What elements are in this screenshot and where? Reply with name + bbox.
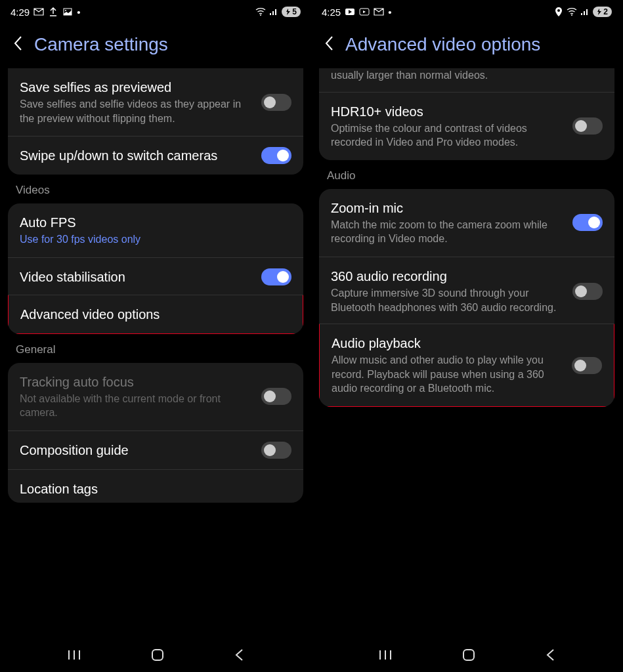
toggle-hdr10[interactable] [572,117,603,135]
location-icon [553,7,564,17]
toggle-swipe-cameras[interactable] [261,147,291,164]
screen-camera-settings: 4:29 • 5 [0,0,311,672]
row-composition-guide[interactable]: Composition guide [8,430,303,469]
status-more-icon: • [388,7,391,18]
row-swipe-cameras[interactable]: Swipe up/down to switch cameras [8,136,303,175]
card-audio: Zoom-in mic Match the mic zoom to the ca… [319,189,614,407]
page-title: Advanced video options [345,34,540,55]
row-360-audio[interactable]: 360 audio recording Capture immersive 3D… [319,257,614,325]
back-icon[interactable] [324,35,333,54]
row-audio-playback[interactable]: Audio playback Allow music and other aud… [319,324,614,407]
nav-recents-icon[interactable] [378,649,393,663]
toggle-audio-playback[interactable] [572,357,602,374]
card-video-top: usually larger than normal videos. HDR10… [319,68,614,160]
status-bar: 4:25 • 2 [311,0,622,24]
screen-advanced-video: 4:25 • 2 [311,0,622,672]
battery-indicator: 2 [593,7,612,17]
nav-bar [311,640,622,672]
toggle-save-selfies[interactable] [261,94,291,111]
image-icon [62,7,73,17]
toggle-composition-guide[interactable] [261,442,291,459]
toggle-zoom-in-mic[interactable] [572,214,603,231]
nav-recents-icon[interactable] [67,649,81,663]
svg-rect-8 [463,650,474,660]
mail-icon [33,7,44,17]
row-auto-fps[interactable]: Auto FPS Use for 30 fps videos only [8,203,303,257]
back-icon[interactable] [13,35,22,54]
mail-icon [374,7,384,17]
nav-home-icon[interactable] [462,648,476,665]
wifi-icon [255,7,266,17]
signal-icon [580,7,590,17]
card-videos: Auto FPS Use for 30 fps videos only Vide… [8,203,303,334]
row-location-tags[interactable]: Location tags [8,469,303,503]
toggle-video-stabilisation[interactable] [261,268,291,285]
row-video-stabilisation[interactable]: Video stabilisation [8,257,303,296]
wifi-icon [567,7,577,17]
row-advanced-video-options[interactable]: Advanced video options [8,295,303,334]
status-more-icon: • [77,7,80,18]
svg-point-6 [557,9,560,12]
youtube-icon [345,7,355,17]
row-zoom-in-mic[interactable]: Zoom-in mic Match the mic zoom to the ca… [319,189,614,257]
nav-back-icon[interactable] [545,648,555,664]
section-general-label: General [8,334,303,363]
svg-rect-3 [152,650,163,660]
youtube-icon-2 [359,7,370,17]
status-time: 4:29 [11,7,30,18]
card-selfies: Save selfies as previewed Save selfies a… [8,68,303,175]
page-title: Camera settings [34,34,168,55]
status-bar: 4:29 • 5 [0,0,311,24]
battery-indicator: 5 [282,7,301,17]
section-audio-label: Audio [319,160,614,189]
nav-home-icon[interactable] [150,648,165,665]
row-tracking-auto-focus: Tracking auto focus Not available with t… [8,363,303,430]
toggle-360-audio[interactable] [572,283,603,300]
section-videos-label: Videos [8,175,303,203]
upload-icon [48,7,58,17]
row-partial-sub: usually larger than normal videos. [319,68,614,92]
signal-icon [269,7,279,17]
card-general: Tracking auto focus Not available with t… [8,363,303,503]
toggle-tracking-af [261,388,291,405]
page-header: Advanced video options [311,24,622,68]
row-hdr10-videos[interactable]: HDR10+ videos Optimise the colour and co… [319,92,614,160]
svg-point-7 [571,14,572,16]
page-header: Camera settings [0,24,311,68]
nav-bar [0,640,311,672]
row-save-selfies[interactable]: Save selfies as previewed Save selfies a… [8,68,303,136]
status-time: 4:25 [322,7,341,18]
svg-point-2 [260,14,261,16]
svg-point-1 [65,10,66,11]
nav-back-icon[interactable] [234,648,244,664]
